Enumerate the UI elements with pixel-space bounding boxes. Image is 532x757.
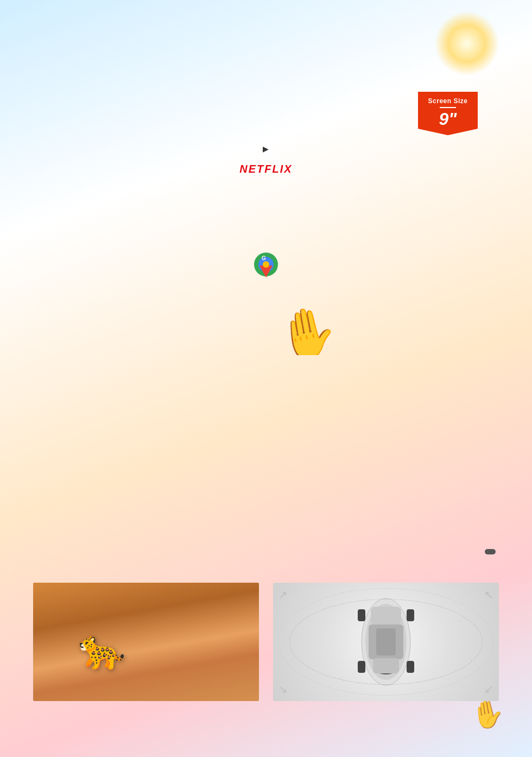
cheetah-feature: 🐆 Super Fast Response bbox=[33, 582, 259, 715]
pointing-hand: 🤚 bbox=[273, 304, 341, 357]
badge-title: Screen Size bbox=[422, 97, 473, 105]
netflix-logo: NETFLIX bbox=[236, 163, 296, 175]
svg-rect-12 bbox=[358, 609, 365, 621]
svg-text:G: G bbox=[262, 255, 266, 261]
feature-grid: No light reflecting under 360° direct su… bbox=[33, 439, 499, 715]
sunlight-feature: No light reflecting under 360° direct su… bbox=[33, 439, 259, 571]
screen-size-badge: Screen Size 9" bbox=[418, 92, 478, 135]
badge-size: 9" bbox=[422, 110, 473, 128]
svg-rect-16 bbox=[376, 628, 396, 655]
svg-rect-13 bbox=[358, 661, 365, 673]
netflix-subtitle: Continue Marvel's Daredevil bbox=[236, 175, 296, 181]
sunlight-image bbox=[33, 439, 259, 558]
svg-rect-9 bbox=[371, 607, 401, 626]
cheetah-image: 🐆 bbox=[33, 582, 259, 702]
section-ips: IPS Full Screen View No light reflecting… bbox=[0, 387, 532, 731]
sky-gradient bbox=[33, 439, 259, 558]
cheetah-emoji: 🐆 bbox=[78, 627, 125, 672]
svg-point-3 bbox=[263, 261, 269, 268]
viewing-angle-arrow-br: ↙ bbox=[484, 683, 493, 696]
cheetah-background: 🐆 bbox=[33, 583, 259, 701]
viewing-angle-arrow-bl: ↘ bbox=[278, 683, 288, 696]
viewing-angle-arrow-right: ↖ bbox=[484, 588, 493, 601]
viewing-angle-arrow-left: ↗ bbox=[278, 588, 288, 601]
netflix-play-button[interactable]: ▶ bbox=[256, 139, 276, 159]
svg-rect-11 bbox=[373, 658, 399, 673]
car-background: ↗ ↖ ↘ ↙ bbox=[273, 583, 499, 701]
cheetah-bg bbox=[33, 583, 259, 701]
toggle-pill[interactable] bbox=[485, 549, 496, 554]
badge-divider bbox=[440, 107, 456, 108]
netflix-content: ▶ NETFLIX Continue Marvel's Daredevil bbox=[236, 135, 296, 181]
car-image: ↗ ↖ ↘ ↙ bbox=[273, 582, 499, 702]
car-top-view-svg bbox=[353, 593, 419, 691]
google-maps-icon: G bbox=[250, 249, 282, 294]
svg-rect-14 bbox=[407, 609, 414, 621]
svg-rect-15 bbox=[407, 661, 414, 673]
car-feature: ↗ ↖ ↘ ↙ Large Viewing Angle bbox=[273, 582, 499, 715]
